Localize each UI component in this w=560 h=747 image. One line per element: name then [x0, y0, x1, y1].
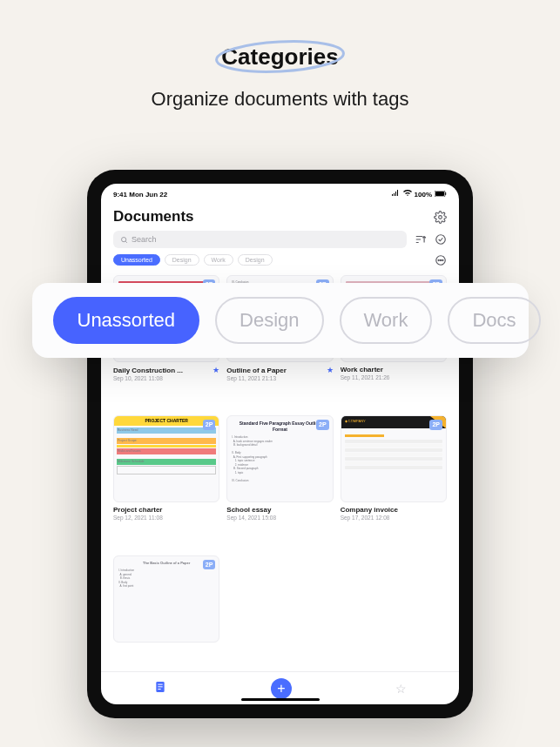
tag-unassorted[interactable]: Unassorted: [53, 297, 200, 344]
favorites-tab-icon[interactable]: ☆: [395, 682, 407, 696]
chip-unassorted[interactable]: Unassorted: [113, 254, 160, 266]
doc-title: Company invoice: [341, 506, 447, 514]
svg-point-10: [442, 259, 442, 260]
pages-badge: 2P: [316, 420, 329, 430]
chip-design-2[interactable]: Design: [238, 254, 273, 266]
svg-point-9: [440, 259, 441, 260]
doc-thumbnail: Standard Five Paragraph Essay Outline Fo…: [226, 415, 333, 502]
search-icon: [120, 236, 128, 244]
tag-selector-card: Unassorted Design Work Docs: [32, 283, 529, 358]
search-row: Search: [101, 229, 459, 252]
svg-point-4: [439, 215, 442, 219]
doc-title: Work charter: [341, 366, 447, 374]
svg-rect-14: [158, 689, 160, 690]
doc-date: Sep 17, 2021 12:08: [341, 515, 447, 521]
svg-point-6: [435, 235, 445, 245]
doc-thumbnail: PROJECT CHARTER Business Need Project Sc…: [113, 415, 219, 502]
svg-point-5: [122, 237, 126, 241]
status-bar: 9:41 Mon Jun 22 100%: [101, 184, 459, 201]
sort-icon[interactable]: [414, 233, 427, 246]
wifi-icon: [403, 190, 412, 199]
doc-title: Daily Construction ...: [113, 367, 210, 374]
chip-work[interactable]: Work: [204, 254, 233, 266]
doc-date: Sep 11, 2021 21:13: [226, 375, 333, 381]
signal-icon: [392, 190, 401, 199]
doc-date: Sep 12, 2021 11:08: [113, 515, 219, 521]
page-title: Documents: [113, 208, 194, 225]
svg-point-0: [215, 38, 344, 75]
doc-title: School essay: [226, 506, 333, 514]
tag-work[interactable]: Work: [340, 297, 433, 344]
svg-rect-13: [158, 686, 162, 687]
chip-design[interactable]: Design: [165, 254, 199, 266]
doc-title: Project charter: [113, 506, 219, 514]
doc-thumbnail: The Basic Outline of a Paper I. Introduc…: [113, 555, 219, 643]
doc-date: Sep 11, 2021 21:26: [341, 374, 447, 380]
star-icon: ★: [213, 366, 219, 374]
app-header: Documents: [101, 201, 459, 229]
tag-chips-row: Unassorted Design Work Design: [101, 252, 459, 272]
more-icon[interactable]: [434, 253, 447, 266]
battery-icon: [435, 191, 447, 199]
svg-rect-12: [158, 684, 162, 685]
svg-rect-2: [435, 192, 444, 196]
hero-subtitle: Organize documents with tags: [0, 88, 560, 111]
star-icon: ★: [327, 366, 334, 374]
add-button[interactable]: +: [271, 678, 292, 699]
gear-icon[interactable]: [434, 211, 447, 224]
home-indicator: [241, 698, 320, 701]
doc-thumbnail: ◆ COMPANY 2P: [341, 415, 447, 502]
documents-tab-icon[interactable]: [153, 680, 167, 697]
tablet-screen: 9:41 Mon Jun 22 100% Documents: [101, 184, 459, 704]
tag-docs[interactable]: Docs: [448, 297, 540, 344]
svg-rect-3: [445, 192, 446, 195]
doc-card[interactable]: PROJECT CHARTER Business Need Project Sc…: [113, 415, 219, 546]
pages-badge: 2P: [203, 420, 216, 430]
pages-badge: 2P: [203, 560, 216, 570]
tag-design[interactable]: Design: [215, 297, 323, 344]
search-placeholder: Search: [132, 235, 157, 244]
doc-card[interactable]: Standard Five Paragraph Essay Outline Fo…: [226, 415, 333, 546]
pages-badge: 2P: [429, 420, 442, 430]
doc-card[interactable]: The Basic Outline of a Paper I. Introduc…: [113, 555, 219, 668]
search-input[interactable]: Search: [113, 231, 407, 248]
select-icon[interactable]: [434, 233, 447, 246]
battery-label: 100%: [415, 191, 432, 199]
tablet-frame: 9:41 Mon Jun 22 100% Documents: [87, 170, 473, 718]
doc-date: Sep 14, 2021 15:08: [226, 515, 333, 521]
doc-title: Outline of a Paper: [226, 367, 323, 374]
status-time: 9:41 Mon Jun 22: [113, 191, 167, 199]
doc-date: Sep 10, 2021 11:08: [113, 375, 219, 381]
doc-card[interactable]: ◆ COMPANY 2P Company invoice: [341, 415, 447, 546]
svg-point-8: [438, 259, 439, 260]
title-highlight-oval: [213, 38, 347, 75]
